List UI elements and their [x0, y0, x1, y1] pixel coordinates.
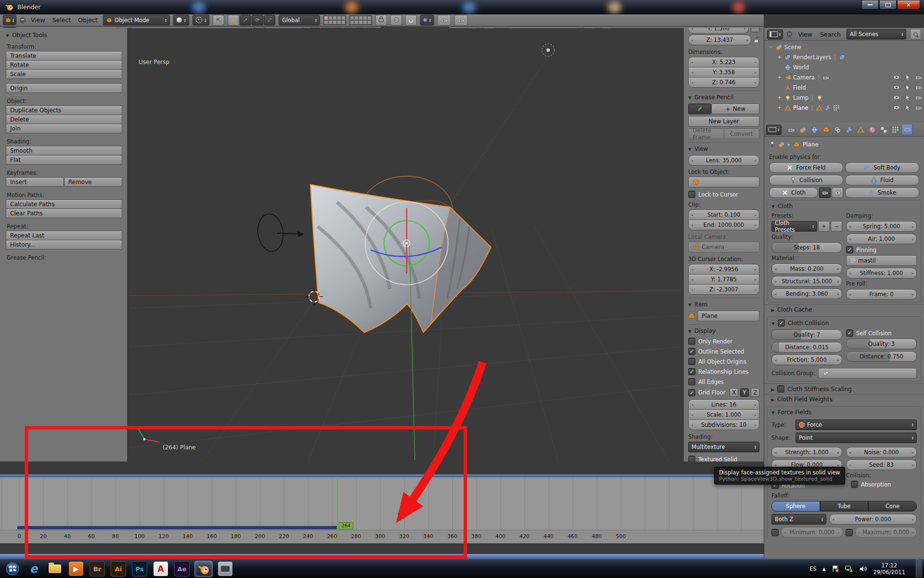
tab-object[interactable]: [821, 124, 831, 135]
grid-axis-y-toggle[interactable]: Y: [740, 388, 749, 397]
outliner-row[interactable]: +Plane|: [764, 103, 924, 113]
location-y-field[interactable]: Y: 1.500: [688, 28, 749, 34]
scale-manipulator-button[interactable]: ⤢: [264, 15, 275, 26]
tool-button[interactable]: Origin: [6, 83, 122, 93]
tab-object-data[interactable]: [855, 124, 866, 135]
outliner-editor-type-button[interactable]: [767, 29, 783, 39]
self-quality-slider[interactable]: Quality: 3: [846, 339, 917, 349]
stiffness-field[interactable]: Stiffness: 1.000: [846, 268, 917, 278]
language-indicator[interactable]: ES: [809, 565, 817, 572]
taskbar-blender-active[interactable]: [194, 561, 213, 577]
clip-start-field[interactable]: Start: 0.100: [688, 210, 759, 220]
friction-field[interactable]: Friction: 5.000: [771, 355, 842, 365]
maximize-button[interactable]: [879, 0, 897, 10]
grid-lines-field[interactable]: Lines: 16: [688, 399, 759, 410]
layers-widget-1[interactable]: [323, 15, 346, 25]
speaker-icon[interactable]: [860, 565, 868, 572]
eye-icon[interactable]: [893, 94, 900, 101]
snap-element-select[interactable]: [420, 15, 434, 26]
viewport-editor-type-button[interactable]: [3, 15, 16, 25]
grease-pencil-header[interactable]: Grease Pencil: [694, 94, 733, 101]
outliner-row[interactable]: −Scene: [764, 42, 924, 52]
grid-axis-z-toggle[interactable]: Z: [751, 388, 759, 397]
air-field[interactable]: Air: 1.000: [846, 234, 917, 244]
close-button[interactable]: ×: [897, 0, 920, 10]
tool-button[interactable]: Remove: [64, 177, 122, 187]
lock-to-cursor-checkbox[interactable]: Lock to Cursor: [688, 191, 759, 198]
taskbar-media-player[interactable]: ▶: [67, 561, 85, 577]
manipulator-toggle[interactable]: ⇱: [213, 15, 224, 26]
cam-icon[interactable]: [915, 74, 922, 80]
tab-world[interactable]: [809, 124, 820, 135]
pointer-icon[interactable]: [904, 84, 911, 91]
stiffness-scaling-header[interactable]: Cloth Stiffness Scaling: [787, 386, 852, 393]
tab-texture[interactable]: [878, 124, 889, 135]
pinning-checkbox[interactable]: Pinning: [846, 246, 917, 253]
taskbar-after-effects[interactable]: Ae: [173, 561, 191, 577]
collapse-icon[interactable]: [771, 203, 775, 210]
item-header[interactable]: Item: [694, 301, 707, 308]
collapse-menus-icon[interactable]: [20, 17, 26, 23]
fluid-button[interactable]: Fluid: [845, 175, 919, 185]
tray-expand-icon[interactable]: ▲: [822, 566, 826, 571]
search-icon[interactable]: [910, 29, 921, 39]
force-type-select[interactable]: Force: [796, 420, 917, 430]
force-field-button[interactable]: Force Field: [769, 162, 843, 173]
falloff-cone-button[interactable]: Cone: [868, 501, 917, 512]
taskbar-acrobat[interactable]: A: [152, 561, 169, 577]
viewport-menu-select[interactable]: Select: [51, 16, 73, 24]
taskbar-photoshop[interactable]: Ps: [131, 561, 148, 577]
start-button[interactable]: [4, 561, 21, 577]
collision-group-field[interactable]: [818, 368, 917, 379]
tool-button[interactable]: Flat: [6, 155, 122, 165]
pin-group-field[interactable]: mastil: [846, 255, 917, 266]
eye-icon[interactable]: [893, 84, 900, 91]
local-camera-field[interactable]: Camera: [688, 242, 759, 252]
shading-select[interactable]: [173, 15, 189, 26]
stiffness-scaling-checkbox[interactable]: [777, 385, 784, 393]
outliner-menu-view[interactable]: View: [796, 31, 814, 38]
minimum-field[interactable]: Minimum: 0.000: [781, 527, 843, 538]
cam-icon[interactable]: [915, 94, 922, 101]
show-desktop-button[interactable]: [916, 559, 922, 578]
tool-button[interactable]: Clear Paths: [6, 209, 122, 218]
collapse-menus-icon[interactable]: [787, 31, 792, 37]
shading-mode-select[interactable]: Multitexture: [688, 442, 759, 452]
lock-to-object-field[interactable]: [688, 177, 759, 187]
clip-end-field[interactable]: End: 1000.000: [688, 220, 759, 230]
gp-new-button[interactable]: +New: [711, 104, 759, 114]
tab-scene[interactable]: [797, 124, 808, 135]
tab-render[interactable]: [786, 124, 796, 135]
gp-delete-frame-button[interactable]: Delete Frame: [688, 129, 724, 139]
tool-button[interactable]: Insert: [6, 177, 64, 187]
spring-field[interactable]: Spring: 5.000: [846, 221, 917, 232]
orientation-select[interactable]: Global: [279, 15, 320, 26]
system-clock[interactable]: 17:12 29/06/2011: [873, 562, 905, 576]
timeline-ruler[interactable]: 0204060801001201401601802002202402602803…: [0, 530, 764, 543]
cloth-button[interactable]: Cloth: [769, 187, 818, 198]
tool-button[interactable]: Rotate: [6, 60, 122, 70]
grid-floor-checkbox[interactable]: Grid Floor: [688, 389, 728, 396]
dim-y-field[interactable]: Y: 3.358: [688, 67, 759, 78]
pivot-select[interactable]: [192, 15, 209, 26]
self-collision-checkbox[interactable]: Self Collision: [846, 329, 917, 337]
opengl-render-anim-button[interactable]: [454, 15, 468, 26]
use-max-checkbox[interactable]: [846, 529, 853, 536]
eye-icon[interactable]: [893, 105, 900, 111]
eye-icon[interactable]: [893, 74, 900, 80]
opengl-render-button[interactable]: [437, 15, 451, 26]
outliner-row[interactable]: +Camera|: [764, 72, 924, 82]
structural-field[interactable]: Structural: 15.000: [771, 276, 842, 287]
tab-modifiers[interactable]: [844, 124, 854, 135]
outliner-row[interactable]: World: [764, 62, 924, 72]
cursor-y-field[interactable]: Y: 1.7785: [688, 274, 759, 285]
grease-pencil-draw-icon[interactable]: [688, 104, 711, 114]
grid-subdivisions-field[interactable]: Subdivisions: 10: [688, 420, 759, 430]
action-center-icon[interactable]: [832, 565, 839, 573]
tool-button[interactable]: Calculate Paths: [6, 199, 122, 209]
gp-convert-button[interactable]: Convert: [724, 129, 760, 139]
mode-select[interactable]: Object Mode: [103, 15, 170, 26]
tool-button[interactable]: Smooth: [6, 146, 122, 156]
viewport-menu-view[interactable]: View: [29, 16, 47, 24]
collapse-icon[interactable]: [771, 396, 774, 403]
